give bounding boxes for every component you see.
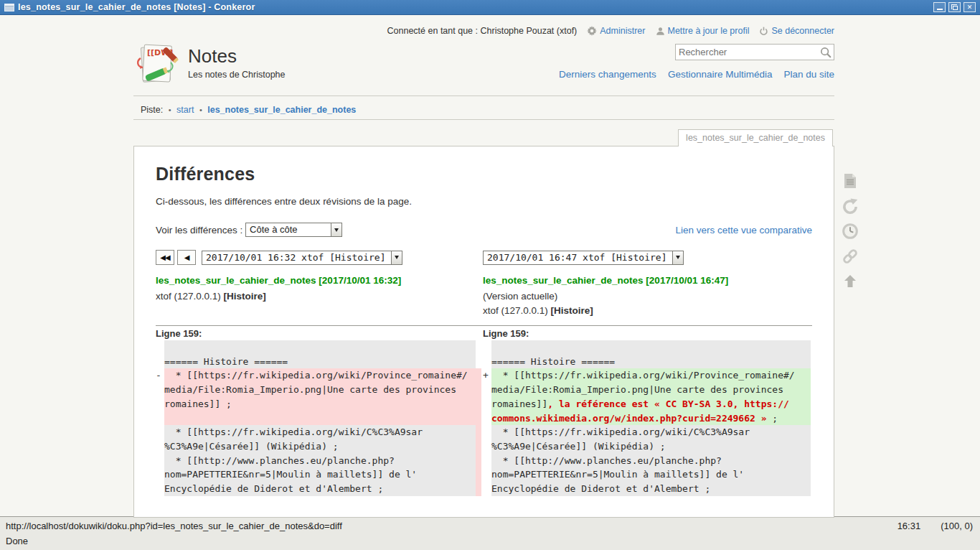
diff-line-text: commons.wikimedia.org/w/index.php?curid=… [491,411,811,426]
diff-view-select[interactable]: Côte à côte [245,223,342,237]
diff-table: ====== Histoire ======- * [[https://fr.w… [156,340,812,496]
diff-line: Encyclopédie de Diderot et d'Alembert ; [483,482,811,496]
diff-intro: Ci-dessous, les différences entre deux r… [156,196,812,207]
diff-line-text: nom=PAPETTERIE&nr=5|Moulin à maillets]] … [164,467,476,482]
diff-line-text: media/File:Romia_Imperio.png|Une carte d… [491,383,811,397]
diff-line-text: nom=PAPETTERIE&nr=5|Moulin à maillets]] … [491,467,811,482]
search-box [675,44,834,60]
diff-line: ====== Histoire ====== [156,355,476,369]
old-revision-select[interactable]: 2017/10/01 16:32 xtof [Histoire] [202,251,402,265]
previous-revision-button[interactable]: ◀ [177,250,196,265]
diff-line-text: %C3%A9e|Césarée]] (Wikipédia) ; [491,439,811,454]
current-version-note: (Version actuelle) [483,291,811,302]
old-history-label: [Histoire] [224,291,266,302]
recent-changes-link[interactable]: Derniers changements [559,69,656,80]
diff-line: commons.wikimedia.org/w/index.php?curid=… [483,411,811,426]
diff-line-marker [156,425,164,439]
power-icon [759,27,768,36]
back-to-top-icon[interactable] [841,272,859,291]
conkeror-statusbar: http://localhost/dokuwiki/doku.php?id=le… [0,516,980,550]
diff-line-marker [156,454,164,468]
diff-line-marker [483,425,491,439]
minimize-button[interactable] [933,2,946,12]
breadcrumb-start-link[interactable]: start [176,105,194,115]
diff-line-marker [156,355,164,369]
update-profile-link[interactable]: Mettre à jour le profil [656,26,750,36]
new-revision-link[interactable]: les_notes_sur_le_cahier_de_notes [2017/1… [483,275,811,286]
new-line-header: Ligne 159: [483,326,811,340]
diff-line-marker [156,482,164,496]
search-input[interactable] [676,47,816,57]
diff-line [483,340,811,355]
diff-line: %C3%A9e|Césarée]] (Wikipédia) ; [483,439,811,454]
diff-line: - * [[https://fr.wikipedia.org/wiki/Prov… [156,368,476,383]
diff-line-text [491,340,811,355]
media-manager-link[interactable]: Gestionnaire Multimédia [668,69,773,80]
diff-line [156,411,476,426]
sitemap-link[interactable]: Plan du site [783,69,834,80]
new-revision-meta: xtof (127.0.0.1) [Histoire] [483,305,811,316]
diff-line-text [164,411,476,426]
diff-line-marker [483,383,491,397]
diff-line-text: Encyclopédie de Diderot et d'Alembert ; [491,482,811,496]
site-header: [[DW] Notes Les notes de Christophe [133,38,834,91]
breadcrumb: Piste: • start • les_notes_sur_le_cahier… [133,103,834,120]
diff-line-marker: - [156,368,164,383]
diff-line-text: ====== Histoire ====== [491,355,811,369]
status-clock: 16:31 [897,521,921,531]
diff-line-marker [483,454,491,468]
diff-line: media/File:Romia_Imperio.png|Une carte d… [156,383,476,397]
new-revision-select[interactable]: 2017/10/01 16:47 xtof [Histoire] [483,251,684,265]
restore-button[interactable] [948,2,961,12]
diff-line: ====== Histoire ====== [483,355,811,369]
diff-line-text: * [[https://fr.wikipedia.org/wiki/C%C3%A… [164,425,476,439]
diff-line: romaines]], la référence est « CC BY-SA … [483,397,811,411]
diff-line: media/File:Romia_Imperio.png|Une carte d… [483,383,811,397]
compare-view-link[interactable]: Lien vers cette vue comparative [675,225,812,236]
diff-line-text: * [[https://fr.wikipedia.org/wiki/Provin… [164,368,476,383]
backlinks-icon[interactable] [841,247,859,266]
diff-line: * [[http://www.planches.eu/planche.php? [483,454,811,468]
search-icon[interactable] [816,46,834,58]
page-tools [841,172,859,291]
old-revisions-clock-icon[interactable] [841,222,859,241]
page-tab[interactable]: les_notes_sur_le_cahier_de_notes [678,129,833,146]
dokuwiki-logo[interactable]: [[DW] [133,42,179,87]
window-title: les_notes_sur_le_cahier_de_notes [Notes]… [18,2,933,12]
diff-line: + * [[https://fr.wikipedia.org/wiki/Prov… [483,368,811,383]
status-load-state: Done [6,536,28,546]
view-diff-label: Voir les différences : [156,225,242,236]
show-source-icon[interactable] [841,172,859,190]
diff-line-marker [156,397,164,411]
header-divider [133,95,834,96]
old-line-header: Ligne 159: [156,326,476,340]
breadcrumb-separator: • [197,106,205,114]
breadcrumb-current-link[interactable]: les_notes_sur_le_cahier_de_notes [207,105,356,115]
diff-line-marker [156,439,164,454]
diff-line-text: Encyclopédie de Diderot et d'Alembert ; [164,482,476,496]
status-url: http://localhost/dokuwiki/doku.php?id=le… [6,521,897,531]
user-icon [656,27,665,36]
revert-icon[interactable] [841,197,859,215]
diff-block-header: Ligne 159: Ligne 159: [156,325,812,340]
user-toolbar: Connecté en tant que : Christophe Pouzat… [133,15,834,38]
site-title[interactable]: Notes [188,42,286,67]
diff-line: Encyclopédie de Diderot et d'Alembert ; [156,482,476,496]
first-revision-button[interactable]: ◀◀ [156,250,174,265]
diff-line-marker [483,482,491,496]
diff-line: * [[https://fr.wikipedia.org/wiki/C%C3%A… [483,425,811,439]
diff-line-marker [156,340,164,355]
diff-line: romaines]] ; [156,397,476,411]
site-identity: Notes Les notes de Christophe [188,42,286,91]
logout-link[interactable]: Se déconnecter [759,26,834,36]
close-button[interactable]: ✕ [963,2,976,12]
diff-line-text: * [[https://fr.wikipedia.org/wiki/C%C3%A… [491,425,811,439]
old-revision-link[interactable]: les_notes_sur_le_cahier_de_notes [2017/1… [156,275,476,286]
diff-line-marker: + [483,368,491,383]
select-arrow-icon [331,223,341,236]
diff-new-column: ====== Histoire ======+ * [[https://fr.w… [483,340,811,496]
gear-icon [587,26,597,36]
diff-line-text [164,340,476,355]
diff-line: %C3%A9e|Césarée]] (Wikipédia) ; [156,439,476,454]
admin-link[interactable]: Administrer [587,26,645,36]
